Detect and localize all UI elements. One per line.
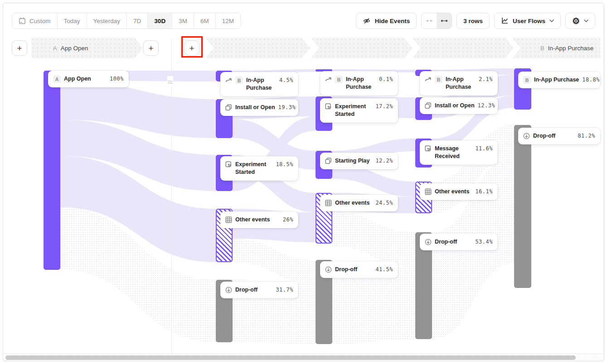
node-card-install-or-open[interactable]: Install or Open19.3%: [220, 99, 298, 116]
step-badge: B: [435, 76, 442, 83]
node-value: 24.5%: [375, 199, 393, 206]
node-card-install-or-open[interactable]: Install or Open12.3%: [420, 97, 498, 114]
trend-icon: [225, 77, 232, 84]
node-card-experiment-started[interactable]: Experiment Started18.5%: [220, 156, 298, 181]
node-card-other-events[interactable]: Other events26%: [220, 211, 298, 228]
grid-icon: [325, 200, 332, 206]
node-card-drop-off[interactable]: Drop-off53.4%: [420, 234, 498, 250]
dropoff-icon: [425, 239, 432, 245]
annotation-highlight: [181, 36, 203, 57]
node-value: 26%: [283, 216, 293, 223]
node-label: Experiment Started: [335, 103, 372, 118]
node-card-in-app-purchase[interactable]: BIn-App Purchase4.5%: [220, 72, 298, 96]
node-value: 17.2%: [375, 103, 393, 110]
node-card-starting-play[interactable]: Starting Play12.2%: [320, 153, 398, 169]
grid-icon: [225, 216, 232, 223]
node-card-message-received[interactable]: Message Received11.6%: [420, 140, 498, 165]
trend-icon: [425, 76, 432, 83]
node-card-in-app-purchase[interactable]: BIn-App Purchase2.1%: [420, 71, 498, 96]
click-icon: [425, 145, 432, 152]
node-card-experiment-started[interactable]: Experiment Started17.2%: [320, 98, 398, 123]
node-value: 12.3%: [478, 102, 495, 109]
node-value: 100%: [110, 75, 124, 82]
node-value: 19.3%: [278, 104, 296, 110]
node-label: Other events: [235, 216, 280, 224]
node-label: Drop-off: [533, 132, 574, 140]
sankey-bar-drop-off[interactable]: [514, 125, 531, 288]
node-card-drop-off[interactable]: Drop-off81.2%: [518, 128, 600, 144]
click-icon: [225, 161, 232, 168]
node-card-in-app-purchase[interactable]: BIn-App Purchase0.1%: [320, 71, 398, 96]
node-label: Other events: [335, 199, 372, 207]
dropoff-icon: [325, 266, 332, 273]
step-badge: A: [53, 75, 61, 83]
overlap-icon: [325, 158, 332, 164]
node-label: In-App Purchase: [534, 76, 579, 84]
node-label: Drop-off: [335, 266, 372, 273]
node-label: Drop-off: [235, 286, 272, 294]
flow-ribbon: [332, 211, 415, 267]
grid-icon: [425, 188, 432, 195]
trend-icon: [325, 76, 332, 83]
node-card-drop-off[interactable]: Drop-off31.7%: [220, 282, 298, 298]
node-card-other-events[interactable]: Other events16.1%: [420, 183, 498, 200]
node-value: 41.5%: [375, 266, 393, 273]
node-label: Drop-off: [435, 238, 472, 246]
dropoff-icon: [225, 287, 232, 293]
approx-symbol: ≈: [167, 76, 173, 88]
scrollbar-thumb[interactable]: [5, 355, 576, 360]
overlap-icon: [425, 102, 432, 109]
node-value: 53.4%: [475, 238, 493, 245]
node-value: 11.6%: [475, 145, 493, 152]
node-label: In-App Purchase: [446, 76, 476, 91]
node-value: 18.5%: [276, 161, 293, 168]
click-icon: [325, 103, 332, 110]
node-value: 12.2%: [375, 157, 393, 164]
overlap-icon: [225, 104, 232, 111]
node-value: 81.2%: [578, 132, 595, 139]
node-card-other-events[interactable]: Other events24.5%: [320, 195, 398, 211]
node-value: 18.8%: [582, 76, 600, 83]
node-card-in-app-purchase[interactable]: BIn-App Purchase18.8%: [518, 72, 600, 88]
node-label: Install or Open: [235, 104, 275, 111]
app-window: Custom Today Yesterday 7D 30D 3M 6M 12M …: [3, 3, 604, 361]
node-value: 16.1%: [475, 188, 493, 195]
node-card-drop-off[interactable]: Drop-off41.5%: [320, 261, 398, 278]
dropoff-icon: [523, 133, 530, 139]
node-value: 31.7%: [276, 286, 293, 293]
node-label: In-App Purchase: [346, 76, 376, 91]
step-badge: B: [235, 77, 243, 84]
step-badge: B: [335, 76, 343, 83]
node-value: 4.5%: [279, 77, 293, 83]
horizontal-scrollbar[interactable]: [3, 354, 604, 361]
node-label: Other events: [435, 188, 472, 196]
step-badge: B: [523, 76, 531, 84]
node-card-app-open[interactable]: AApp Open100%: [48, 71, 129, 87]
sankey-bar-app-open[interactable]: [44, 71, 60, 270]
node-label: Message Received: [435, 145, 472, 160]
flow-ribbon: [233, 239, 316, 283]
node-value: 0.1%: [379, 76, 393, 82]
node-label: App Open: [64, 75, 107, 83]
node-label: Install or Open: [435, 102, 475, 110]
node-label: Experiment Started: [235, 161, 272, 176]
node-label: Starting Play: [335, 157, 372, 165]
node-label: In-App Purchase: [246, 77, 276, 92]
node-value: 2.1%: [479, 76, 493, 82]
